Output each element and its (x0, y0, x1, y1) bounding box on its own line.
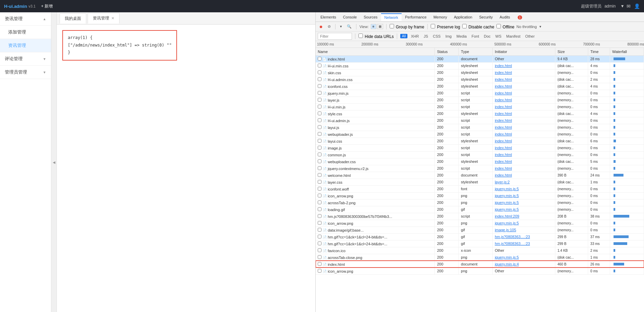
file-name[interactable]: loading.gif (328, 208, 345, 212)
table-row[interactable]: 📄 jquery.min.js200scriptindex.html(memor… (316, 90, 644, 96)
initiator-link[interactable]: index.html (495, 118, 512, 122)
table-row[interactable]: 📄 common.js200scriptindex.html(memory...… (316, 151, 644, 158)
row-checkbox[interactable] (318, 180, 321, 184)
row-initiator[interactable]: index.html (493, 138, 555, 144)
row-initiator[interactable]: index.html (493, 124, 555, 131)
initiator-link[interactable]: index.html (495, 153, 512, 157)
sidebar-item-comment-mgmt[interactable]: 评论管理 ▼ (0, 52, 51, 66)
file-name[interactable]: H-ui.admin.css (328, 78, 353, 82)
row-checkbox[interactable] (318, 57, 321, 61)
row-initiator[interactable]: index.html (493, 90, 555, 96)
table-row[interactable]: 📄 icon_arrow.png200pngjquery.min.js:5(me… (316, 220, 644, 226)
col-status[interactable]: Status (435, 48, 459, 55)
row-checkbox[interactable] (318, 235, 321, 238)
row-checkbox[interactable] (318, 248, 321, 252)
tab-news[interactable]: 资讯管理 ✕ (88, 13, 119, 24)
row-initiator[interactable]: index.html (493, 96, 555, 103)
filter-img-btn[interactable]: Img (444, 34, 453, 39)
initiator-link[interactable]: index.html (495, 91, 512, 95)
sidebar-item-news-mgmt[interactable]: 资讯管理 ▲ (0, 12, 51, 26)
row-checkbox[interactable] (318, 214, 321, 218)
row-checkbox[interactable] (318, 228, 321, 232)
file-name[interactable]: skin.css (328, 71, 341, 75)
initiator-link[interactable]: index.html (495, 84, 512, 88)
filter-font-btn[interactable]: Font (470, 34, 480, 39)
row-initiator[interactable]: index.html (493, 62, 555, 69)
file-name[interactable]: acrossTab-2.png (328, 201, 355, 205)
filter-media-btn[interactable]: Media (455, 34, 468, 39)
table-row[interactable]: 📄 image.js200scriptindex.html(memory...0… (316, 144, 644, 151)
col-name[interactable]: Name (316, 48, 435, 55)
initiator-link[interactable]: index.html (495, 112, 512, 116)
table-row[interactable]: 📄 data:image/gif;base...200gifimage.js:1… (316, 226, 644, 233)
row-checkbox[interactable] (318, 77, 321, 81)
initiator-link[interactable]: index.html (495, 139, 512, 143)
file-name[interactable]: H-ui.admin.js (328, 119, 350, 123)
file-name[interactable]: iconfont.woff (328, 187, 349, 191)
row-initiator[interactable]: layer.js:2 (493, 179, 555, 185)
row-checkbox[interactable] (318, 118, 321, 122)
sidebar-item-add-mgmt[interactable]: 添加管理 (0, 26, 51, 39)
file-name[interactable]: jquery.min.js (328, 91, 349, 95)
table-row[interactable]: 📄 iconfont.css200stylesheetindex.html(di… (316, 83, 644, 90)
initiator-link[interactable]: image.js:105 (495, 228, 516, 232)
initiator-link[interactable]: index.html (495, 132, 512, 136)
devtools-tab-memory[interactable]: Memory (430, 14, 451, 21)
row-initiator[interactable]: jquery.min.js:5 (493, 192, 555, 199)
initiator-link[interactable]: layer.js:2 (495, 180, 509, 184)
file-name[interactable]: icon_arrow.png (328, 221, 353, 225)
table-row[interactable]: 📄 welcome.html200documentindex.html390 B… (316, 172, 644, 179)
view-grid-btn[interactable]: ⊞ (377, 24, 383, 29)
tab-close-icon[interactable]: ✕ (111, 16, 114, 21)
table-row[interactable]: 📄 hm.gif?cc=1&ck=1&cl=24-bit&ds=...200gi… (316, 233, 644, 240)
col-time[interactable]: Time (588, 48, 610, 55)
row-checkbox[interactable] (318, 166, 321, 170)
row-checkbox[interactable] (318, 139, 321, 143)
record-btn[interactable]: ⏺ (318, 24, 324, 29)
file-name[interactable]: H-ui.min.css (328, 64, 349, 68)
file-name[interactable]: index.html (328, 57, 345, 61)
row-checkbox[interactable] (318, 187, 321, 191)
devtools-tab-performance[interactable]: Performance (402, 14, 430, 21)
table-row[interactable]: 📄 layer.css200stylesheetlayer.js:2(disk … (316, 179, 644, 185)
row-initiator[interactable]: jquery.min.js:5 (493, 254, 555, 261)
user-avatar-icon[interactable]: 👤 (634, 3, 640, 9)
row-initiator[interactable]: hm.js?0808363....:23 (493, 240, 555, 247)
file-name[interactable]: webuploader.css (328, 160, 356, 164)
devtools-tab-sources[interactable]: Sources (360, 14, 381, 21)
initiator-link[interactable]: jquery.min.js:5 (495, 221, 519, 225)
row-checkbox[interactable] (318, 125, 321, 129)
file-name[interactable]: common.js (328, 153, 346, 157)
preserve-log-checkbox[interactable] (431, 24, 435, 28)
file-name[interactable]: hm.gif?cc=1&ck=1&cl=24-bit&ds=... (328, 242, 387, 246)
devtools-tab-console[interactable]: Console (340, 14, 360, 21)
file-name[interactable]: favicon.ico (328, 249, 345, 253)
row-checkbox[interactable] (318, 194, 321, 197)
row-checkbox[interactable] (318, 159, 321, 163)
initiator-link[interactable]: index.html:209 (495, 214, 519, 218)
group-by-frame-checkbox[interactable] (390, 24, 394, 28)
file-name[interactable]: H-ui.min.js (328, 105, 345, 109)
row-initiator[interactable]: image.js:105 (493, 226, 555, 233)
filter-other-btn[interactable]: Other (524, 34, 536, 39)
devtools-tab-elements[interactable]: Elements (317, 14, 340, 21)
row-initiator[interactable]: index.html (493, 172, 555, 179)
stop-btn[interactable]: ⊘ (326, 24, 332, 29)
table-row[interactable]: 📄 loading.gif200gifjquery.min.js:5(memor… (316, 206, 644, 213)
filter-btn[interactable]: ▾ (339, 24, 343, 29)
file-name[interactable]: layer.js (328, 98, 339, 102)
initiator-link[interactable]: jquery.min.js:5 (495, 200, 519, 205)
sidebar-item-news-list[interactable]: 资讯管理 (0, 39, 51, 52)
file-name[interactable]: layer.css (328, 180, 342, 184)
row-checkbox[interactable] (318, 153, 321, 156)
row-checkbox[interactable] (318, 70, 321, 74)
row-initiator[interactable]: jquery.min.js:5 (493, 206, 555, 213)
initiator-link[interactable]: index.html (495, 105, 512, 109)
initiator-link[interactable]: index.html (495, 146, 512, 150)
table-row[interactable]: 📄 acrossTab-close.png200pngjquery.min.js… (316, 254, 644, 261)
file-name[interactable]: style.css (328, 112, 342, 116)
initiator-link[interactable]: jquery.min.js:5 (495, 255, 519, 259)
table-row[interactable]: 📄 H-ui.admin.css200stylesheetindex.html(… (316, 76, 644, 83)
row-initiator[interactable]: jquery.min.js:5 (493, 185, 555, 192)
table-row[interactable]: 📄 jquery.contextmenu.r2.js200scriptindex… (316, 165, 644, 172)
